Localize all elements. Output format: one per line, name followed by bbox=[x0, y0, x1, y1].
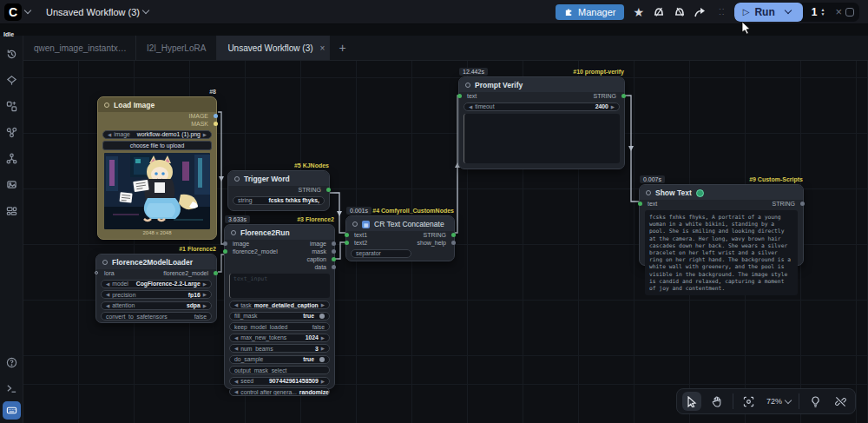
comfyui-logo[interactable]: C bbox=[4, 3, 22, 21]
assets-icon[interactable] bbox=[0, 67, 23, 93]
node-florence2modelloader[interactable]: #1 Florence2 Florence2ModelLoader lora f… bbox=[95, 254, 217, 323]
templates-icon[interactable] bbox=[0, 197, 23, 223]
fit-view-button[interactable] bbox=[740, 392, 759, 411]
node-header[interactable]: Show Text bbox=[640, 185, 803, 200]
pan-tool-button[interactable] bbox=[707, 392, 727, 411]
combo-right-icon[interactable]: ▶ bbox=[321, 346, 325, 351]
combo-right-icon[interactable]: ▶ bbox=[321, 302, 325, 307]
collapse-dot[interactable] bbox=[646, 190, 651, 195]
combo-left-icon[interactable]: ◀ bbox=[234, 346, 238, 351]
workflow-title[interactable]: Unsaved Workflow (3) bbox=[46, 7, 140, 17]
clear-queue-icon[interactable]: × bbox=[832, 5, 845, 18]
collapse-dot[interactable] bbox=[104, 102, 109, 108]
node-prompt-verify[interactable]: 12.442s #10 prompt-verify Prompt Verify … bbox=[458, 76, 625, 169]
output-show-help-slot[interactable] bbox=[451, 241, 456, 245]
combo-right-icon[interactable]: ▶ bbox=[203, 292, 207, 297]
output-string-slot[interactable] bbox=[621, 94, 626, 98]
terminal-icon[interactable] bbox=[0, 375, 23, 401]
keyboard-shortcuts-icon[interactable] bbox=[3, 401, 21, 420]
bell-slash-alt-icon[interactable] bbox=[674, 6, 686, 17]
text-input-textarea[interactable]: text_input bbox=[229, 274, 330, 298]
output-mask-select-widget[interactable]: output_mask_select bbox=[229, 366, 330, 374]
output-mask-slot[interactable] bbox=[214, 122, 218, 126]
toggle-lightbulb-button[interactable] bbox=[806, 392, 825, 411]
favorites-star-icon[interactable]: ★ bbox=[633, 5, 644, 19]
node-load-image[interactable]: #8 Load Image IMAGE MASK ◀ image workflo… bbox=[97, 96, 217, 240]
combo-right-icon[interactable]: ▶ bbox=[203, 132, 207, 137]
input-text1-slot[interactable] bbox=[345, 233, 349, 237]
input-text-slot[interactable] bbox=[457, 94, 462, 98]
control-after-generate-widget[interactable]: ◀ control after genera... randomize ▶ bbox=[229, 387, 330, 396]
fill-mask-toggle[interactable]: fill_mask true bbox=[229, 312, 330, 321]
help-icon[interactable] bbox=[0, 349, 23, 375]
run-button[interactable]: ▷ Run bbox=[734, 3, 803, 22]
combo-left-icon[interactable]: ◀ bbox=[106, 303, 109, 308]
combo-right-icon[interactable]: ▶ bbox=[203, 281, 207, 287]
model-library-icon[interactable] bbox=[0, 145, 23, 171]
batch-count-value[interactable]: 1 bbox=[803, 6, 821, 18]
choose-file-button[interactable]: choose file to upload bbox=[102, 141, 212, 150]
collapse-dot[interactable] bbox=[465, 83, 470, 88]
keep-model-loaded-toggle[interactable]: keep_model_loaded false bbox=[229, 322, 330, 331]
history-icon[interactable] bbox=[0, 41, 23, 67]
workflow-title-chevron-icon[interactable] bbox=[142, 7, 149, 14]
combo-right-icon[interactable]: ▶ bbox=[203, 303, 207, 308]
image-preview[interactable] bbox=[104, 153, 210, 229]
collapse-dot[interactable] bbox=[231, 230, 236, 235]
combo-left-icon[interactable]: ◀ bbox=[106, 281, 109, 287]
combo-right-icon[interactable]: ▶ bbox=[611, 104, 615, 109]
combo-left-icon[interactable]: ◀ bbox=[234, 379, 238, 384]
editor-textarea[interactable] bbox=[464, 114, 620, 163]
image-combo-widget[interactable]: ◀ image workflow-demo1 (1).png ▶ bbox=[102, 130, 212, 139]
num-beams-widget[interactable]: ◀ num_beams 3 ▶ bbox=[229, 344, 330, 353]
select-tool-button[interactable] bbox=[682, 392, 701, 411]
toggle-links-button[interactable] bbox=[831, 392, 850, 411]
batch-count-stepper[interactable]: ▲▼ bbox=[820, 8, 832, 17]
toolbar-drag-handle[interactable]: ⁚⁚ bbox=[719, 8, 726, 17]
tab-i2i-hyperlora[interactable]: I2I_HyperLoRA bbox=[136, 36, 217, 60]
tab-unsaved-workflow[interactable]: Unsaved Workflow (3) × bbox=[217, 36, 330, 60]
separator-widget[interactable]: separator bbox=[351, 249, 411, 258]
node-header[interactable]: Prompt Verify bbox=[459, 77, 624, 92]
max-new-tokens-widget[interactable]: ◀ max_new_tokens 1024 ▶ bbox=[229, 334, 330, 342]
new-tab-button[interactable]: + bbox=[330, 36, 354, 60]
run-options-chevron-icon[interactable] bbox=[785, 7, 792, 14]
node-cr-text-concatenate[interactable]: 0.001s #4 Comfyroll_CustomNodes ▦ CR Tex… bbox=[345, 215, 455, 261]
input-image-slot[interactable] bbox=[223, 241, 227, 246]
stop-icon[interactable] bbox=[845, 8, 854, 17]
manager-button[interactable]: Manager bbox=[556, 4, 624, 20]
node-header[interactable]: Trigger Word bbox=[228, 171, 329, 186]
combo-right-icon[interactable]: ▶ bbox=[321, 335, 325, 340]
combo-left-icon[interactable]: ◀ bbox=[234, 389, 238, 394]
input-model-slot[interactable] bbox=[223, 249, 227, 254]
node-show-text[interactable]: 0.007s #9 Custom-Scripts Show Text text … bbox=[639, 184, 804, 266]
output-image-slot[interactable] bbox=[214, 114, 218, 118]
output-string-slot[interactable] bbox=[451, 233, 456, 237]
tab-qwen-image-instantx[interactable]: qwen_image_instantx… bbox=[23, 36, 136, 60]
output-string-slot[interactable] bbox=[800, 202, 805, 206]
node-header[interactable]: Florence2Run bbox=[225, 225, 334, 240]
output-string-slot[interactable] bbox=[326, 188, 331, 192]
node-trigger-word[interactable]: #5 KJNodes Trigger Word STRING string fc… bbox=[227, 170, 330, 211]
input-text-slot[interactable] bbox=[638, 202, 642, 206]
output-image-slot[interactable] bbox=[332, 241, 336, 246]
combo-left-icon[interactable]: ◀ bbox=[469, 104, 472, 109]
combo-left-icon[interactable]: ◀ bbox=[108, 132, 111, 137]
timeout-widget[interactable]: ◀ timeout 2400 ▶ bbox=[464, 102, 620, 111]
collapse-dot[interactable] bbox=[102, 260, 108, 265]
precision-combo-widget[interactable]: ◀ precision fp16 ▶ bbox=[101, 290, 212, 299]
output-data-slot[interactable] bbox=[332, 265, 336, 269]
seed-widget[interactable]: ◀ seed 907442961458509 ▶ bbox=[229, 377, 330, 386]
output-mask-slot[interactable] bbox=[332, 249, 336, 254]
collapse-dot[interactable] bbox=[234, 176, 240, 182]
bell-slash-icon[interactable] bbox=[653, 6, 665, 17]
node-florence2run[interactable]: 3.633s #3 Florence2 Florence2Run image i… bbox=[224, 224, 335, 389]
input-text2-slot[interactable] bbox=[345, 241, 349, 245]
workflow-graph-icon[interactable] bbox=[0, 119, 23, 145]
model-combo-widget[interactable]: ◀ model CogFlorence-2.2-Large ▶ bbox=[101, 280, 212, 288]
combo-left-icon[interactable]: ◀ bbox=[106, 292, 109, 297]
combo-left-icon[interactable]: ◀ bbox=[234, 335, 238, 340]
combo-left-icon[interactable]: ◀ bbox=[234, 302, 238, 307]
collapse-dot[interactable] bbox=[352, 221, 358, 227]
logo-menu-chevron-icon[interactable] bbox=[24, 7, 31, 14]
